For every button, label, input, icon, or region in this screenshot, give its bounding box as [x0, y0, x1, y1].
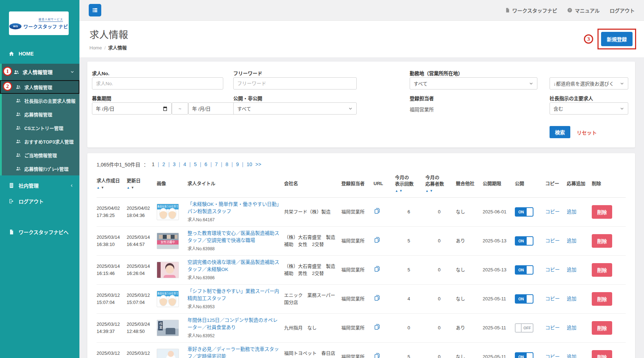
sort-asc-icon[interactable]: ▲ — [395, 189, 399, 193]
job-number: 求人No.63988 — [187, 246, 281, 252]
col-header-label: 画像 — [157, 180, 185, 187]
pagination-page-link[interactable]: 4 — [184, 161, 186, 167]
sort-desc-icon[interactable]: ▼ — [101, 186, 105, 189]
pagination-page-link[interactable]: 5 — [194, 161, 197, 167]
publish-toggle[interactable]: ON — [515, 352, 533, 358]
pagination-page-link[interactable]: 3 — [173, 161, 176, 167]
users-icon — [16, 98, 21, 103]
pagination-page-link[interactable]: 10 — [247, 161, 252, 167]
free-word-input[interactable] — [233, 77, 357, 90]
workstaff-logo[interactable]: 総合人材サービス WS ワークスタッフ ナビ — [9, 11, 69, 35]
sort-asc-icon[interactable]: ▲ — [425, 189, 430, 193]
sidebar-subitem[interactable]: CSエントリー管理 — [0, 121, 79, 135]
job-title-link[interactable]: 「シフト制で働きやすい」業務スーパー内精肉加工スタッフ — [187, 288, 281, 303]
sort-desc-icon[interactable]: ▼ — [131, 186, 135, 189]
topbar-link-manual[interactable]: マニュアル — [567, 7, 600, 14]
sort-desc-icon[interactable]: ▼ — [399, 189, 404, 193]
logo-brand: ワークスタッフ ナビ — [23, 23, 68, 30]
pagination-page-link[interactable]: 6 — [204, 161, 207, 167]
work-location-select[interactable]: すべて — [410, 77, 537, 90]
pagination-page-link[interactable]: 9 — [236, 161, 239, 167]
copy-link[interactable]: コピー — [545, 296, 560, 301]
topbar-link-workstaff-navi[interactable]: ワークスタッフナビ — [505, 7, 557, 14]
col-header-apps[interactable]: 今月の応募者数▲▼ — [425, 174, 456, 193]
publish-toggle[interactable]: OFF — [515, 323, 533, 333]
period-start-date-input[interactable]: 年 /月/日 — [92, 102, 172, 115]
registrant-cell: 福岡営業所 — [341, 324, 374, 332]
delete-button[interactable]: 削除 — [592, 263, 612, 277]
sidebar-item-internal-management[interactable]: 社内管理 — [0, 178, 79, 193]
reset-link[interactable]: リセット — [577, 129, 597, 136]
pagination-page-link[interactable]: 8 — [225, 161, 228, 167]
sort-arrows[interactable]: ▲▼ — [127, 185, 154, 190]
add-application-link[interactable]: 追加 — [567, 238, 576, 243]
sidebar-item-workstaff-navi[interactable]: ワークスタッフナビへ — [0, 224, 79, 240]
sidebar-subitem[interactable]: 社長指示の主要求人情報 — [0, 94, 79, 107]
col-header-views[interactable]: 今月の表示回数▲▼ — [395, 174, 425, 193]
add-application-link[interactable]: 追加 — [567, 209, 576, 214]
sidebar-item-home[interactable]: HOME — [0, 46, 79, 62]
add-application-link[interactable]: 追加 — [567, 325, 576, 330]
sidebar-subitem[interactable]: おすすめTOP3求人管理 — [0, 135, 79, 148]
sort-arrows[interactable]: ▲▼ — [97, 185, 124, 190]
delete-button[interactable]: 削除 — [592, 292, 612, 306]
delete-button[interactable]: 削除 — [592, 321, 612, 335]
col-header-label: 削除 — [592, 180, 623, 187]
topbar-link-logout[interactable]: ログアウト — [610, 7, 635, 14]
url-copy-icon[interactable] — [374, 352, 381, 358]
url-copy-icon[interactable] — [374, 323, 381, 330]
search-filter-panel: 求人No. フリーワード 勤務地（営業所所在地） すべて ↓都道府県を選択後お選… — [87, 62, 635, 147]
publish-toggle[interactable]: ON — [515, 294, 533, 304]
table-header-row: 求人作成日▲▼更新日▲▼画像求人タイトル会社名登録担当者URL今月の表示回数▲▼… — [97, 174, 626, 198]
job-title-link[interactable]: 年間休日125日／コンデンサ製造のオペレーター／社員食堂あり — [187, 317, 281, 332]
add-application-link[interactable]: 追加 — [567, 267, 576, 272]
job-title-link[interactable]: 空調完備の快適な環境／医薬品製造補助スタッフ／未経験OK — [187, 259, 281, 274]
search-button[interactable]: 検索 — [550, 126, 570, 138]
job-title-link[interactable]: 整った教育環境で安心／医薬品製造補助スタッフ／空調完備で快適な職場 — [187, 230, 281, 245]
copy-link[interactable]: コピー — [545, 325, 560, 330]
sidebar-subitem[interactable]: 応募情報管理 — [0, 107, 79, 121]
sort-arrows[interactable]: ▲▼ — [425, 189, 453, 193]
copy-link[interactable]: コピー — [545, 209, 560, 214]
job-title-link[interactable]: 「未経験OK・簡単作業・働きやすい日勤」パン粉製造スタッフ — [187, 201, 281, 216]
job-image-thumbnail: 食品を扱うお仕事です — [157, 204, 179, 220]
add-application-link[interactable]: 追加 — [567, 354, 576, 358]
delete-button[interactable]: 削除 — [592, 350, 612, 358]
publish-toggle[interactable]: ON — [515, 207, 533, 217]
copy-link[interactable]: コピー — [545, 354, 560, 358]
sidebar-subitem[interactable]: ご当地情報管理 — [0, 148, 79, 162]
sort-desc-icon[interactable]: ▼ — [430, 189, 434, 193]
delete-button[interactable]: 削除 — [592, 234, 612, 248]
job-no-input[interactable] — [92, 77, 223, 90]
sort-arrows[interactable]: ▲▼ — [395, 189, 423, 193]
col-header-created[interactable]: 求人作成日▲▼ — [97, 178, 127, 190]
add-application-link[interactable]: 追加 — [567, 296, 576, 301]
delete-button[interactable]: 削除 — [592, 205, 612, 219]
job-title-link[interactable]: 車好き必見／ディーラー勤務で洗車スタッフ／定時帰宅可能 — [187, 346, 281, 358]
publish-status-select[interactable]: すべて — [233, 102, 357, 115]
home-icon — [9, 51, 14, 57]
new-registration-button[interactable]: 新規登録 — [601, 32, 633, 46]
col-header-updated[interactable]: 更新日▲▼ — [127, 178, 157, 190]
sidebar-subitem[interactable]: 応募情報ﾃﾝﾌﾟﾚｰﾄ管理 — [0, 162, 79, 175]
publish-toggle[interactable]: ON — [515, 265, 533, 275]
president-jobs-select[interactable]: 含む — [550, 102, 628, 115]
list-menu-button[interactable] — [89, 4, 101, 16]
breadcrumb-home-link[interactable]: Home — [89, 45, 102, 50]
thumbnail-caption: 女性活躍中 — [157, 240, 179, 245]
url-copy-icon[interactable] — [374, 236, 381, 243]
pagination-next-link[interactable]: >> — [255, 161, 261, 167]
prefecture-sort-select[interactable]: ↓都道府県を選択後お選びく — [550, 77, 628, 90]
sort-asc-icon[interactable]: ▲ — [97, 186, 101, 189]
copy-link[interactable]: コピー — [545, 267, 560, 272]
pagination-page-link[interactable]: 7 — [215, 161, 218, 167]
sort-asc-icon[interactable]: ▲ — [127, 186, 131, 189]
url-copy-icon[interactable] — [374, 294, 381, 301]
publish-toggle[interactable]: ON — [515, 236, 533, 246]
url-copy-icon[interactable] — [374, 207, 381, 214]
url-cell — [374, 236, 395, 246]
url-copy-icon[interactable] — [374, 265, 381, 272]
copy-link[interactable]: コピー — [545, 238, 560, 243]
pagination-page-link[interactable]: 2 — [162, 161, 165, 167]
sidebar-item-logout[interactable]: ログアウト — [0, 193, 79, 209]
